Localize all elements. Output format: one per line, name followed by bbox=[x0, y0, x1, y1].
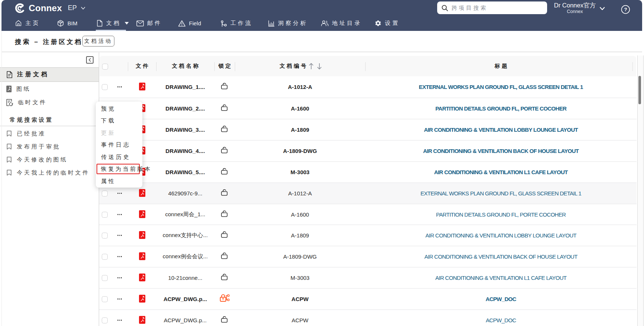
svg-text:?: ? bbox=[624, 7, 627, 12]
